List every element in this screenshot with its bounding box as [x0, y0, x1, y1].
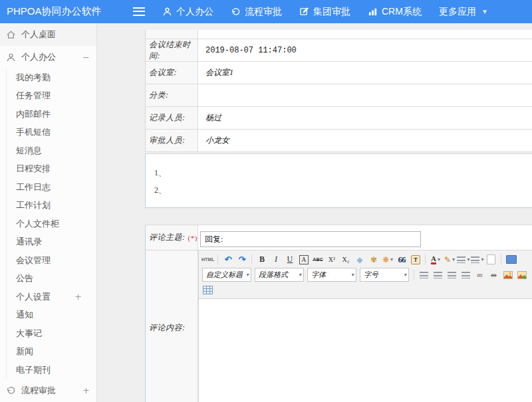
toolbar-separator — [251, 254, 252, 264]
fullscreen-button[interactable] — [505, 253, 517, 266]
menu-toggle-icon[interactable] — [133, 7, 145, 16]
bar-chart-icon — [368, 7, 378, 17]
auto-typeset-button[interactable]: ❋▾ — [381, 253, 394, 266]
clear-format-button[interactable]: ✾ — [367, 253, 380, 266]
editor-toolbar-row-3 — [201, 282, 532, 297]
new-page-button[interactable] — [485, 253, 497, 266]
sidebar-item-schedule[interactable]: 日程安排 — [7, 160, 96, 179]
sidebar-item-personal-office[interactable]: 个人办公 − — [0, 46, 96, 68]
caret-down-icon: ▾ — [438, 256, 440, 262]
unordered-list-button[interactable]: ▾ — [471, 253, 483, 266]
app-logo: PHPOA协同办公软件 — [0, 5, 108, 18]
sidebar-item-notice[interactable]: 通知 — [7, 306, 96, 325]
field-label: 评论内容: — [146, 251, 198, 402]
align-right-button[interactable] — [446, 268, 458, 281]
sidebar-item-short-message[interactable]: 短消息 — [7, 142, 96, 160]
image-icon — [503, 271, 513, 279]
collapse-icon[interactable]: − — [82, 52, 90, 62]
bold-icon: B — [259, 254, 265, 264]
blank-page-icon — [487, 254, 495, 264]
editor-body[interactable] — [199, 299, 532, 402]
sidebar-item-meeting-management[interactable]: 会议管理 — [7, 251, 96, 270]
content-line: 1、 — [154, 167, 532, 179]
sidebar-item-my-attendance[interactable]: 我的考勤 — [7, 68, 96, 87]
font-color-button[interactable]: A▾ — [429, 253, 442, 266]
caret-down-icon: ▾ — [390, 256, 393, 262]
font-size-select[interactable]: 字号▾ — [360, 268, 409, 282]
sidebar-item-task-management[interactable]: 任务管理 — [7, 87, 96, 106]
font-border-button[interactable]: A — [297, 253, 310, 266]
align-center-button[interactable] — [432, 268, 444, 281]
nav-label: 集团审批 — [313, 6, 350, 18]
link-icon: ∞ — [477, 270, 483, 280]
align-left-icon — [420, 272, 428, 278]
html-source-button[interactable]: HTML — [201, 253, 214, 266]
insert-media-button[interactable] — [529, 268, 532, 281]
sidebar-item-workflow-approval[interactable]: 流程审批 + — [0, 379, 96, 402]
sidebar-item-announcement[interactable]: 公告 — [7, 270, 96, 288]
undo-button[interactable]: ↶ — [221, 253, 234, 266]
redo-button[interactable]: ↷ — [235, 253, 248, 266]
sidebar-item-label: 个人桌面 — [21, 29, 56, 41]
strikethrough-button[interactable]: ABC — [311, 253, 324, 266]
bold-button[interactable]: B — [255, 253, 268, 266]
sidebar-item-news[interactable]: 新闻 — [7, 343, 96, 361]
sidebar-item-contacts[interactable]: 通讯录 — [7, 233, 96, 252]
paste-as-text-button[interactable]: T — [409, 253, 422, 266]
align-justify-button[interactable] — [460, 268, 472, 281]
sidebar-item-sms[interactable]: 手机短信 — [7, 124, 96, 142]
comment-form-table: 评论主题: (*) 评论内容: HTML — [145, 225, 532, 402]
caret-down-icon: ▾ — [467, 256, 469, 262]
paragraph-format-select[interactable]: 段落格式▾ — [255, 268, 304, 282]
home-icon — [6, 30, 16, 40]
nav-workflow-approval[interactable]: 流程审批 — [231, 6, 282, 18]
custom-heading-select[interactable]: 自定义标题▾ — [202, 268, 251, 282]
subscript-icon: X₂ — [342, 256, 350, 263]
expand-icon[interactable]: + — [74, 292, 82, 302]
caret-down-icon: ▾ — [452, 256, 455, 262]
unordered-list-icon — [471, 256, 479, 263]
comment-subject-input[interactable] — [200, 231, 421, 247]
sidebar-item-personal-files[interactable]: 个人文件柜 — [7, 215, 96, 233]
table-row-meeting-room: 会议室: 会议室1 — [146, 62, 532, 84]
nav-crm-system[interactable]: CRM系统 — [368, 6, 422, 18]
sidebar-item-personal-desktop[interactable]: 个人桌面 — [0, 23, 96, 46]
insert-image-button[interactable] — [501, 268, 514, 281]
edit-icon — [299, 7, 309, 17]
meeting-record-table: 会议结束时间: 2019-08-07 11:47:00 会议室: 会议室1 分类… — [145, 30, 532, 152]
insert-table-button[interactable] — [201, 284, 214, 296]
remove-format-button[interactable]: ◆ — [353, 253, 366, 266]
sidebar-item-personal-settings[interactable]: 个人设置 + — [7, 288, 96, 306]
nav-more-apps[interactable]: 更多应用 ▼ — [439, 6, 488, 18]
sidebar-item-work-plan[interactable]: 工作计划 — [7, 197, 96, 215]
table-row-meeting-end-time: 会议结束时间: 2019-08-07 11:47:00 — [146, 39, 532, 62]
expand-icon[interactable]: + — [82, 385, 90, 395]
top-navigation: 个人办公 流程审批 集团审批 CRM系统 — [162, 6, 505, 18]
ordered-list-icon — [457, 256, 466, 263]
insert-link-button[interactable]: ∞ — [473, 268, 486, 281]
superscript-icon: X² — [329, 256, 335, 263]
blockquote-button[interactable]: 66 — [395, 253, 408, 266]
align-center-icon — [434, 272, 442, 278]
ordered-list-button[interactable]: ▾ — [457, 253, 469, 266]
nav-group-approval[interactable]: 集团审批 — [299, 6, 350, 18]
remove-link-button[interactable]: ∞ — [487, 268, 500, 281]
nav-personal-office[interactable]: 个人办公 — [162, 6, 213, 18]
font-family-select[interactable]: 字体▾ — [307, 268, 356, 282]
toolbar-separator — [217, 254, 218, 264]
sidebar-item-internal-mail[interactable]: 内部邮件 — [7, 105, 96, 124]
align-left-button[interactable] — [418, 268, 430, 281]
underline-button[interactable]: U — [283, 253, 296, 266]
insert-network-image-button[interactable] — [515, 268, 528, 281]
sidebar-item-e-journal[interactable]: 电子期刊 — [7, 361, 96, 379]
sidebar-item-major-events[interactable]: 大事记 — [7, 324, 96, 343]
highlight-button[interactable]: ✎▾ — [443, 253, 456, 266]
rich-text-editor: HTML ↶ ↷ B I U A ABC X² — [198, 251, 532, 402]
superscript-button[interactable]: X² — [325, 253, 338, 266]
italic-button[interactable]: I — [269, 253, 282, 266]
content-line: 2、 — [154, 185, 532, 196]
subscript-button[interactable]: X₂ — [339, 253, 352, 266]
sidebar-item-work-log[interactable]: 工作日志 — [7, 178, 96, 197]
editor-toolbar: HTML ↶ ↷ B I U A ABC X² — [199, 251, 532, 299]
caret-down-icon: ▾ — [246, 272, 249, 278]
